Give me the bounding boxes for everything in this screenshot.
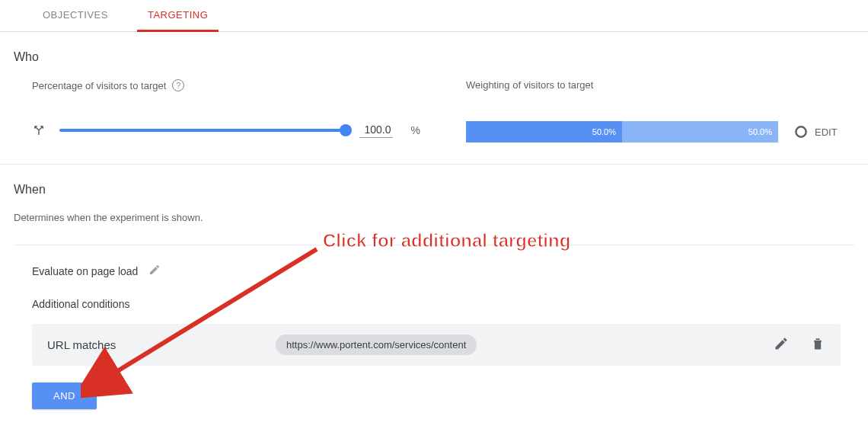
eval-text: Evaluate on page load (32, 265, 138, 277)
condition-label: URL matches (47, 338, 276, 351)
pencil-icon[interactable] (148, 264, 161, 278)
weight-bar: 50.0% 50.0% (466, 121, 778, 142)
svg-point-0 (796, 126, 806, 136)
pct-suffix: % (411, 124, 420, 136)
edit-weights-button[interactable]: EDIT (793, 124, 838, 139)
who-title: Who (14, 50, 854, 64)
evaluate-row: Evaluate on page load (14, 264, 854, 278)
condition-chip: https://www.portent.com/services/content (276, 335, 477, 355)
condition-card: URL matches https://www.portent.com/serv… (32, 324, 841, 366)
slider-thumb[interactable] (340, 124, 352, 136)
weight-label: Weighting of visitors to target (466, 79, 854, 91)
edit-label: EDIT (815, 126, 838, 138)
annotation-overlay: Click for additional targeting (81, 230, 583, 401)
help-icon[interactable]: ? (172, 79, 184, 91)
and-button[interactable]: AND (32, 383, 97, 409)
tab-objectives[interactable]: OBJECTIVES (32, 0, 119, 31)
split-icon (32, 123, 46, 137)
additional-conditions-label: Additional conditions (14, 298, 854, 310)
weight-seg-a: 50.0% (466, 121, 622, 142)
when-title: When (14, 183, 854, 197)
weight-seg-b: 50.0% (622, 121, 778, 142)
pct-label-text: Percentage of visitors to target (32, 80, 166, 91)
edit-condition-icon[interactable] (774, 336, 789, 354)
when-divider (14, 245, 854, 245)
pct-label: Percentage of visitors to target ? (32, 79, 420, 91)
ring-icon (793, 124, 809, 139)
tabs-bar: OBJECTIVES TARGETING (0, 0, 868, 32)
who-section: Who Percentage of visitors to target ? %… (0, 32, 868, 164)
annotation-text: Click for additional targeting (323, 230, 570, 251)
when-subtitle: Determines when the experiment is shown. (14, 212, 854, 223)
pct-input[interactable] (359, 122, 393, 138)
pct-slider[interactable] (59, 129, 346, 132)
delete-condition-icon[interactable] (810, 336, 825, 354)
tab-targeting[interactable]: TARGETING (137, 0, 219, 31)
when-section: When Determines when the experiment is s… (0, 165, 868, 431)
